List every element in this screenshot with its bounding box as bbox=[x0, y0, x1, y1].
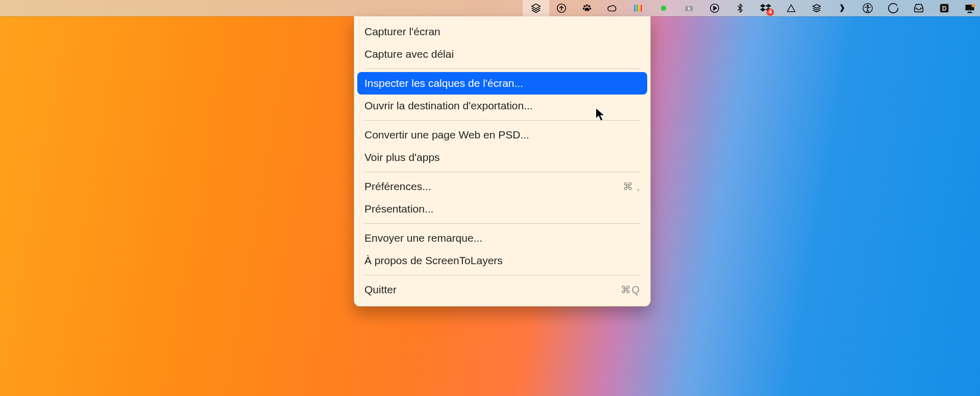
svg-rect-11 bbox=[641, 5, 642, 11]
svg-marker-18 bbox=[766, 4, 771, 8]
menubar: k 4 bbox=[0, 0, 980, 16]
creative-cloud-icon[interactable] bbox=[606, 2, 619, 14]
menu-item-label: Capturer l'écran bbox=[364, 26, 440, 38]
menu-separator bbox=[364, 223, 640, 224]
menu-item-capture-delay[interactable]: Capture avec délai bbox=[354, 43, 650, 65]
menu-item-inspect-layers[interactable]: Inspecter les calques de l'écran... bbox=[357, 72, 647, 95]
svg-point-24 bbox=[867, 5, 869, 7]
menu-separator bbox=[364, 275, 640, 275]
svg-rect-8 bbox=[634, 5, 636, 11]
menu-item-convert-web-psd[interactable]: Convertir une page Web en PSD... bbox=[354, 124, 650, 146]
svg-rect-9 bbox=[636, 5, 638, 11]
menu-item-send-feedback[interactable]: Envoyer une remarque... bbox=[354, 227, 650, 249]
display-icon[interactable] bbox=[964, 2, 976, 14]
play-circle-icon[interactable] bbox=[708, 2, 721, 14]
dropbox-icon[interactable]: 4 bbox=[760, 2, 772, 14]
svg-marker-22 bbox=[813, 5, 821, 8]
menu-item-label: Convertir une page Web en PSD... bbox=[364, 129, 529, 141]
menu-item-label: Inspecter les calques de l'écran... bbox=[364, 77, 523, 89]
menu-item-shortcut: ⌘Q bbox=[621, 284, 640, 296]
paw-icon[interactable] bbox=[581, 2, 593, 14]
green-dot-icon[interactable] bbox=[657, 2, 670, 14]
svg-marker-17 bbox=[760, 4, 766, 8]
dropbox-badge: 4 bbox=[767, 9, 774, 16]
svg-point-3 bbox=[583, 5, 585, 7]
equalizer-icon[interactable] bbox=[632, 2, 644, 14]
menu-item-label: Préférences... bbox=[364, 180, 431, 193]
svg-point-12 bbox=[661, 6, 667, 11]
menu-item-label: Quitter bbox=[364, 284, 397, 296]
refresh-icon[interactable] bbox=[887, 2, 899, 14]
plex-icon[interactable] bbox=[836, 2, 848, 14]
menu-separator bbox=[364, 68, 640, 69]
menu-item-shortcut: ⌘ , bbox=[623, 180, 640, 193]
menu-item-open-export-destination[interactable]: Ouvrir la destination d'exportation... bbox=[354, 95, 650, 117]
menubar-item-screentolayers[interactable] bbox=[523, 0, 549, 16]
menu-item-quit[interactable]: Quitter ⌘Q bbox=[354, 278, 650, 301]
svg-point-4 bbox=[586, 4, 588, 6]
menu-item-label: Capture avec délai bbox=[364, 48, 454, 60]
inbox-icon[interactable] bbox=[913, 2, 925, 14]
layers2-icon[interactable] bbox=[811, 2, 823, 14]
menu-item-preferences[interactable]: Préférences... ⌘ , bbox=[354, 175, 650, 198]
menu-item-about[interactable]: À propos de ScreenToLayers bbox=[354, 249, 650, 272]
svg-point-6 bbox=[583, 8, 585, 10]
menu-item-label: Présentation... bbox=[364, 203, 433, 215]
svg-point-7 bbox=[590, 8, 592, 10]
svg-marker-16 bbox=[714, 6, 717, 10]
menu-item-label: Envoyer une remarque... bbox=[364, 232, 482, 244]
svg-rect-10 bbox=[639, 5, 640, 11]
upload-icon[interactable] bbox=[555, 2, 568, 14]
menu-item-presentation[interactable]: Présentation... bbox=[354, 198, 650, 220]
menu-item-label: À propos de ScreenToLayers bbox=[364, 254, 503, 267]
d-square-icon[interactable]: D bbox=[938, 2, 950, 14]
accessibility-icon[interactable] bbox=[862, 2, 874, 14]
layers-icon bbox=[530, 2, 542, 14]
svg-marker-21 bbox=[788, 5, 795, 11]
menu-separator bbox=[364, 172, 640, 172]
triangle-icon[interactable] bbox=[785, 2, 797, 14]
svg-marker-19 bbox=[760, 8, 766, 11]
menu-item-label: Voir plus d'apps bbox=[364, 151, 440, 164]
svg-point-5 bbox=[588, 5, 590, 7]
keynote-icon[interactable]: k bbox=[683, 2, 695, 14]
bluetooth-icon[interactable] bbox=[734, 2, 746, 14]
menu-item-capture-screen[interactable]: Capturer l'écran bbox=[354, 20, 650, 43]
svg-point-27 bbox=[971, 4, 975, 7]
svg-text:D: D bbox=[942, 5, 947, 12]
menu-item-label: Ouvrir la destination d'exportation... bbox=[364, 100, 533, 112]
menu-item-see-more-apps[interactable]: Voir plus d'apps bbox=[354, 146, 650, 169]
svg-marker-0 bbox=[532, 4, 541, 9]
menu-separator bbox=[364, 120, 640, 121]
app-menu-dropdown: Capturer l'écran Capture avec délai Insp… bbox=[354, 16, 651, 307]
